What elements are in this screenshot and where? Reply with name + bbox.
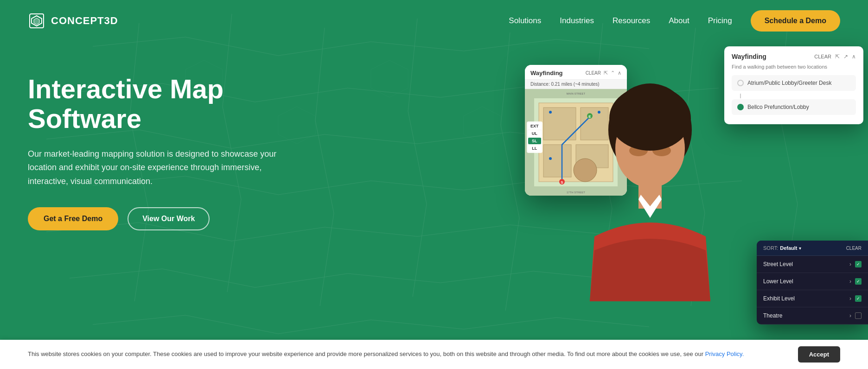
floor-list-panel: SORT: Default ▾ CLEAR Street Level › ✓ L…	[757, 241, 868, 324]
wf-from-text: Atrium/Public Lobby/Greeter Desk	[747, 80, 831, 86]
fl-sort-area: SORT: Default ▾	[763, 245, 801, 251]
wf-to-radio	[737, 104, 744, 110]
cookie-bar: This website stores cookies on your comp…	[0, 340, 868, 369]
floor-ul[interactable]: UL	[528, 130, 541, 137]
wf-share-icon: ↗	[843, 53, 848, 60]
floor-list-item-0[interactable]: Street Level › ✓	[757, 256, 868, 273]
wf-from-radio	[737, 80, 744, 86]
nav-resources[interactable]: Resources	[613, 16, 650, 25]
nav-industries[interactable]: Industries	[560, 16, 594, 25]
svg-marker-7	[34, 18, 39, 25]
floor-ll[interactable]: LL	[528, 145, 541, 152]
logo-icon	[28, 12, 45, 30]
cookie-text: This website stores cookies on your comp…	[28, 350, 784, 359]
cookie-accept-button[interactable]: Accept	[798, 346, 840, 363]
svg-point-23	[549, 111, 552, 114]
wf-resize-icon: ⇱	[835, 53, 840, 60]
privacy-policy-link[interactable]: Privacy Policy.	[705, 350, 744, 357]
wf-collapse-icon: ∧	[852, 53, 856, 60]
wf-header: Wayfinding CLEAR ⇱ ↗ ∧	[732, 53, 856, 60]
nav-pricing[interactable]: Pricing	[708, 16, 732, 25]
hero-title: Interactive Map Software	[28, 74, 315, 134]
fl-sort-label: SORT:	[763, 245, 778, 251]
wayfinding-panel: Wayfinding CLEAR ⇱ ↗ ∧ Find a walking pa…	[724, 46, 863, 124]
floor-list-item-2[interactable]: Exhibit Level › ✓	[757, 290, 868, 307]
main-nav: Solutions Industries Resources About Pri…	[509, 10, 840, 32]
fl-sort-value[interactable]: Default	[780, 245, 797, 251]
hero-content: Interactive Map Software Our market-lead…	[28, 74, 315, 230]
floor-name-2: Exhibit Level	[763, 295, 795, 302]
hero-subtitle: Our market-leading mapping solution is d…	[28, 147, 287, 189]
fl-chevron-icon-0: ›	[849, 261, 851, 267]
svg-text:S: S	[561, 180, 563, 184]
nav-about[interactable]: About	[669, 16, 689, 25]
fl-chevron-icon-1: ›	[849, 278, 851, 285]
floor-list-item-1[interactable]: Lower Level › ✓	[757, 273, 868, 290]
fl-clear-button[interactable]: CLEAR	[846, 246, 862, 251]
svg-point-25	[549, 157, 552, 160]
nav-solutions[interactable]: Solutions	[509, 16, 541, 25]
wf-clear-button[interactable]: CLEAR	[814, 54, 831, 59]
wf-connector-line	[740, 94, 741, 98]
fl-chevron-icon-2: ›	[849, 295, 851, 302]
floor-name-0: Street Level	[763, 261, 793, 267]
site-header: CONCEPT3D Solutions Industries Resources…	[0, 0, 868, 42]
floor-list-item-3[interactable]: Theatre ›	[757, 307, 868, 324]
fl-header: SORT: Default ▾ CLEAR	[757, 241, 868, 256]
fl-item-right-1: › ✓	[849, 278, 862, 285]
hero-buttons: Get a Free Demo View Our Work	[28, 207, 315, 230]
wf-title: Wayfinding	[732, 53, 766, 60]
wf-subtitle: Find a walking path between two location…	[732, 64, 856, 70]
wf-controls: CLEAR ⇱ ↗ ∧	[814, 53, 856, 60]
floor-sl[interactable]: SL	[528, 138, 541, 144]
fl-sort-chevron-icon: ▾	[799, 246, 801, 251]
svg-marker-3	[464, 107, 501, 144]
view-work-button[interactable]: View Our Work	[128, 207, 210, 230]
fl-item-right-0: › ✓	[849, 261, 862, 267]
person-image	[581, 74, 720, 301]
floor-selector: EXT UL SL LL	[527, 121, 542, 153]
fl-item-right-3: ›	[849, 312, 862, 319]
floor-ext[interactable]: EXT	[528, 123, 541, 129]
svg-point-32	[609, 86, 691, 151]
wf-from-field[interactable]: Atrium/Public Lobby/Greeter Desk	[732, 75, 856, 91]
map-panel-title: Wayfinding	[530, 70, 563, 76]
fl-item-right-2: › ✓	[849, 295, 862, 302]
logo-text: CONCEPT3D	[51, 15, 118, 27]
fl-chevron-icon-3: ›	[849, 312, 851, 319]
svg-rect-16	[543, 145, 571, 177]
fl-checkbox-0[interactable]: ✓	[855, 261, 862, 267]
hero-section: CONCEPT3D Solutions Industries Resources…	[0, 0, 868, 369]
fl-checkbox-3[interactable]	[855, 312, 862, 319]
floor-name-1: Lower Level	[763, 278, 793, 285]
floor-name-3: Theatre	[763, 312, 782, 319]
wf-to-field[interactable]: Bellco Prefunction/Lobby	[732, 99, 856, 115]
fl-checkbox-2[interactable]: ✓	[855, 295, 862, 302]
fl-checkbox-1[interactable]: ✓	[855, 278, 862, 285]
svg-marker-2	[371, 60, 408, 97]
logo-area[interactable]: CONCEPT3D	[28, 12, 118, 30]
wf-to-text: Bellco Prefunction/Lobby	[747, 104, 809, 110]
get-demo-button[interactable]: Get a Free Demo	[28, 207, 118, 230]
schedule-demo-button[interactable]: Schedule a Demo	[751, 10, 840, 32]
hero-visuals: Wayfinding CLEAR ⇱ ⌃ ∧ Distance: 0.21 mi…	[506, 37, 868, 352]
